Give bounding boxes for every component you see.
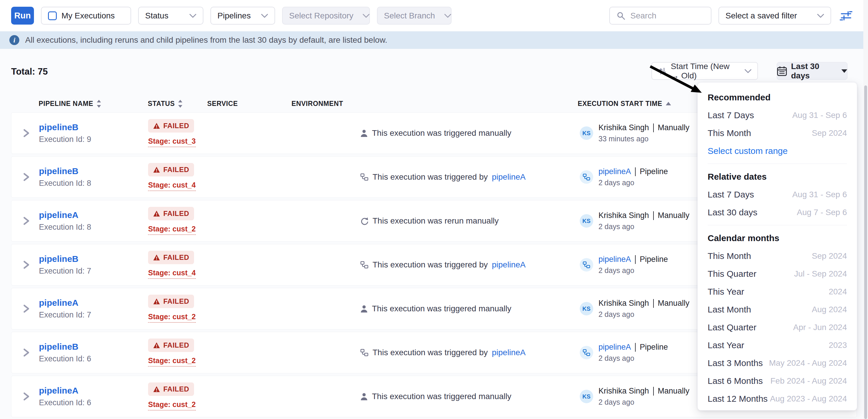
failed-stage-link[interactable]: Stage: cust_2 [148,400,196,411]
date-menu-item[interactable]: Last 30 days Aug 7 - Sep 6 [708,203,847,221]
pipeline-name-cell: pipelineB Execution Id: 6 [39,342,91,363]
date-menu-item-label: Last Year [708,340,744,350]
pipeline-name-link[interactable]: pipelineA [39,386,79,396]
date-menu-section-heading: Calendar months [708,229,847,247]
my-executions-checkbox[interactable] [48,11,57,20]
failed-stage-link[interactable]: Stage: cust_2 [148,313,196,323]
saved-filter-dropdown[interactable]: Select a saved filter [718,7,831,25]
expand-chevron-icon[interactable] [23,172,30,182]
expand-chevron-icon[interactable] [23,348,30,358]
pipelines-filter-dropdown[interactable]: Pipelines [210,7,275,25]
failed-stage-link[interactable]: Stage: cust_4 [148,268,196,279]
date-menu-item[interactable]: Last 7 Days Aug 31 - Sep 6 [708,106,847,124]
filter-settings-button[interactable] [839,9,853,23]
expand-chevron-icon[interactable] [23,216,30,226]
date-menu-item[interactable]: Last Month Aug 2024 [708,300,847,318]
table-column-header[interactable]: STATUS [148,99,182,108]
failed-stage-link[interactable]: Stage: cust_4 [148,181,196,191]
user-avatar: KS [580,126,593,140]
table-column-header[interactable]: SERVICE [207,99,238,108]
date-menu-item[interactable]: Last Year 2023 [708,336,847,354]
select-repository-dropdown[interactable]: Select Repository [282,7,370,25]
info-banner-text: All executions, including reruns and chi… [25,35,387,45]
table-column-header[interactable]: EXECUTION START TIME [578,99,671,108]
pipeline-name-cell: pipelineB Execution Id: 8 [39,166,91,188]
status-filter-dropdown[interactable]: Status [138,7,204,25]
my-executions-label: My Executions [61,11,115,21]
pipeline-name-link[interactable]: pipelineB [39,254,79,264]
search-box[interactable] [609,7,711,25]
sort-arrows-icon [658,67,666,75]
expand-chevron-icon[interactable] [23,128,30,138]
failed-stage-link[interactable]: Stage: cust_3 [148,137,196,147]
date-menu-item-label: Last 6 Months [708,376,763,386]
trigger-cell: This execution was triggered manually [360,392,511,401]
date-menu-items: Last 7 Days Aug 31 - Sep 6 This Month Se… [708,106,847,160]
select-branch-label: Select Branch [384,11,435,21]
date-menu-item[interactable]: This Year 2024 [708,283,847,300]
status-badge: FAILED [148,163,194,176]
status-cell: FAILED Stage: cust_4 [148,163,196,191]
chevron-down-icon [817,14,824,18]
failed-stage-link[interactable]: Stage: cust_2 [148,356,196,366]
status-cell: FAILED Stage: cust_4 [148,251,196,279]
failed-stage-link[interactable]: Stage: cust_2 [148,225,196,235]
pipeline-name-link[interactable]: pipelineB [39,166,79,176]
pipeline-name-link[interactable]: pipelineA [39,298,79,308]
select-branch-dropdown[interactable]: Select Branch [377,7,452,25]
sort-dropdown[interactable]: Start Time (New → Old) [651,62,758,80]
expand-chevron-icon[interactable] [23,260,30,270]
search-input[interactable] [630,11,705,21]
date-menu-item-value: Aug 31 - Sep 6 [792,110,847,120]
column-label: EXECUTION START TIME [578,100,662,108]
execution-start-cell: pipelineA Pipeline 2 days ago [580,343,668,362]
date-menu-item[interactable]: Select custom range [708,142,847,160]
execution-id: Execution Id: 9 [39,135,91,144]
pipeline-name-link[interactable]: pipelineB [39,122,79,132]
status-filter-label: Status [145,11,168,21]
date-menu-section: Relative dates Last 7 Days Aug 31 - Sep … [708,168,847,225]
actor-separator [653,124,654,132]
execution-id: Execution Id: 7 [39,266,91,276]
run-button[interactable]: Run [11,7,34,25]
trigger-text: This execution was triggered manually [372,304,511,313]
status-badge-label: FAILED [163,166,189,174]
expand-chevron-icon[interactable] [23,304,30,314]
trigger-text: This execution was rerun manually [373,216,499,226]
caret-down-icon [841,69,847,73]
scrollbar-thumb[interactable] [864,86,867,419]
date-menu-item[interactable]: Last 12 Months Aug 2023 - Aug 2024 [708,390,847,408]
column-label: ENVIRONMENT [291,100,343,108]
date-range-menu: Recommended Last 7 Days Aug 31 - Sep 6 T… [698,82,857,411]
table-column-header[interactable]: ENVIRONMENT [291,99,343,108]
date-menu-section-heading: Recommended [708,88,847,106]
pipeline-avatar [580,170,593,184]
status-cell: FAILED Stage: cust_3 [148,119,196,147]
trigger-cell: This execution was triggered by pipeline… [360,260,526,269]
date-menu-item[interactable]: Last 3 Months May 2024 - Aug 2024 [708,354,847,372]
date-menu-item[interactable]: This Month Sep 2024 [708,124,847,142]
date-menu-item[interactable]: This Quarter Jul - Sep 2024 [708,265,847,283]
pipeline-name-link[interactable]: pipelineA [39,210,79,220]
status-cell: FAILED Stage: cust_2 [148,382,196,411]
pipeline-name-link[interactable]: pipelineB [39,342,79,352]
trigger-pipeline-link[interactable]: pipelineA [492,260,526,269]
pipeline-avatar [580,258,593,271]
actor-separator [635,343,636,352]
trigger-pipeline-link[interactable]: pipelineA [492,172,526,182]
table-column-header[interactable]: PIPELINE NAME [39,99,101,108]
my-executions-toggle[interactable]: My Executions [41,7,131,25]
date-menu-item[interactable]: This Month Sep 2024 [708,247,847,265]
date-menu-item[interactable]: Last Quarter Apr - Jun 2024 [708,318,847,336]
page-scrollbar[interactable] [863,0,868,419]
trigger-pipeline-link[interactable]: pipelineA [492,348,526,357]
expand-chevron-icon[interactable] [23,391,30,401]
date-menu-item[interactable]: Last 7 Days Aug 31 - Sep 6 [708,186,847,203]
date-menu-item-label: This Quarter [708,269,756,279]
actor-separator [653,387,654,396]
date-range-button[interactable]: Last 30 days [777,62,847,80]
execution-id: Execution Id: 6 [39,354,91,363]
date-menu-item[interactable]: Last 6 Months Feb 2024 - Aug 2024 [708,372,847,390]
column-label: STATUS [148,100,175,108]
actor-mode: Manually [658,211,689,220]
